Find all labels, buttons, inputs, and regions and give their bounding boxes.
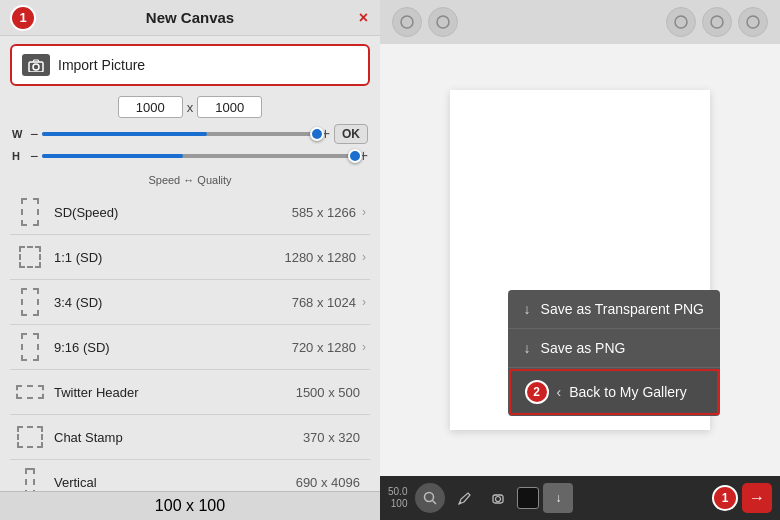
sliders-section: W − + OK H − + <box>0 120 380 172</box>
context-menu: ↓ Save as Transparent PNG ↓ Save as PNG … <box>508 290 720 416</box>
zoom-value-top: 50.0 <box>388 486 407 498</box>
list-item[interactable]: Twitter Header 1500 x 500 <box>10 370 370 415</box>
size-name: 3:4 (SD) <box>54 295 292 310</box>
width-minus-button[interactable]: − <box>30 126 38 142</box>
back-to-gallery-button[interactable]: 2 ‹ Back to My Gallery <box>509 369 719 415</box>
width-slider-label: W <box>12 128 26 140</box>
save-png-button[interactable]: ↓ Save as PNG <box>508 329 720 368</box>
svg-point-11 <box>496 497 501 502</box>
title-bar: 1 New Canvas × <box>0 0 380 36</box>
width-slider-fill <box>42 132 207 136</box>
size-icon <box>14 286 46 318</box>
speed-quality-label: Speed ↔ Quality <box>0 174 380 186</box>
ok-button[interactable]: OK <box>334 124 368 144</box>
height-slider-track[interactable] <box>42 154 354 158</box>
right-toolbar-group <box>666 7 768 37</box>
download-icon: ↓ <box>524 301 531 317</box>
list-item[interactable]: Chat Stamp 370 x 320 <box>10 415 370 460</box>
list-item[interactable]: SD(Speed) 585 x 1266 › <box>10 190 370 235</box>
size-dims: 720 x 1280 <box>292 340 356 355</box>
right-top-toolbar <box>380 0 780 44</box>
height-slider-fill <box>42 154 183 158</box>
save-transparent-png-button[interactable]: ↓ Save as Transparent PNG <box>508 290 720 329</box>
height-slider-row: H − + <box>12 147 368 165</box>
svg-point-3 <box>437 16 449 28</box>
download-button[interactable]: ↓ <box>543 483 573 513</box>
size-list: SD(Speed) 585 x 1266 › 1:1 (SD) 1280 x 1… <box>0 190 380 491</box>
width-slider-thumb[interactable] <box>310 127 324 141</box>
layers-button[interactable] <box>666 7 696 37</box>
pencil-tool-button[interactable] <box>392 7 422 37</box>
chevron-right-icon: › <box>362 340 366 354</box>
size-dims: 370 x 320 <box>303 430 360 445</box>
svg-point-4 <box>675 16 687 28</box>
emoji-button[interactable] <box>738 7 768 37</box>
eraser-button[interactable] <box>483 483 513 513</box>
svg-point-7 <box>425 493 434 502</box>
dialog-title: New Canvas <box>146 9 234 26</box>
save-transparent-label: Save as Transparent PNG <box>541 301 704 317</box>
height-slider-thumb[interactable] <box>348 149 362 163</box>
brush-tool-button[interactable] <box>428 7 458 37</box>
size-name: 1:1 (SD) <box>54 250 284 265</box>
chevron-right-icon: › <box>362 205 366 219</box>
size-icon <box>14 196 46 228</box>
size-name: Twitter Header <box>54 385 296 400</box>
size-icon <box>14 421 46 453</box>
close-button[interactable]: × <box>359 9 368 27</box>
size-name: Chat Stamp <box>54 430 303 445</box>
svg-line-8 <box>433 501 437 505</box>
height-input[interactable] <box>197 96 262 118</box>
size-icon <box>14 241 46 273</box>
step-circle-2: 2 <box>525 380 549 404</box>
right-bottom-toolbar: 50.0 100 ↓ <box>380 476 780 520</box>
list-item[interactable]: 1:1 (SD) 1280 x 1280 › <box>10 235 370 280</box>
step-circle-bottom: 1 <box>712 485 738 511</box>
list-item[interactable]: Vertical 690 x 4096 <box>10 460 370 491</box>
save-png-label: Save as PNG <box>541 340 626 356</box>
size-icon <box>14 376 46 408</box>
bottom-dims-text: 100 x 100 <box>155 497 225 515</box>
height-slider-label: H <box>12 150 26 162</box>
back-to-gallery-label: Back to My Gallery <box>569 384 686 400</box>
width-slider-track[interactable] <box>42 132 316 136</box>
size-dims: 585 x 1266 <box>292 205 356 220</box>
right-panel: ↓ Save as Transparent PNG ↓ Save as PNG … <box>380 0 780 520</box>
zoom-stack: 50.0 100 <box>388 486 407 510</box>
left-panel: 1 New Canvas × Import Picture x W − <box>0 0 380 520</box>
size-dims: 768 x 1024 <box>292 295 356 310</box>
width-input[interactable] <box>118 96 183 118</box>
dimensions-row: x <box>0 92 380 120</box>
import-label: Import Picture <box>58 57 145 73</box>
list-item[interactable]: 3:4 (SD) 768 x 1024 › <box>10 280 370 325</box>
chevron-right-icon: › <box>362 295 366 309</box>
size-dims: 1500 x 500 <box>296 385 360 400</box>
dims-separator: x <box>187 100 194 115</box>
size-name: Vertical <box>54 475 296 490</box>
bottom-left-group: 50.0 100 ↓ <box>388 483 573 513</box>
back-icon: ‹ <box>557 384 562 400</box>
width-slider-row: W − + OK <box>12 124 368 144</box>
size-icon <box>14 331 46 363</box>
chevron-right-icon: › <box>362 250 366 264</box>
size-name: SD(Speed) <box>54 205 292 220</box>
import-picture-box[interactable]: Import Picture <box>10 44 370 86</box>
navigate-forward-button[interactable]: → <box>742 483 772 513</box>
size-dims: 1280 x 1280 <box>284 250 356 265</box>
pen-tool-button[interactable] <box>449 483 479 513</box>
canvas-area: ↓ Save as Transparent PNG ↓ Save as PNG … <box>380 44 780 476</box>
zoom-tool-button[interactable] <box>415 483 445 513</box>
size-dims: 690 x 4096 <box>296 475 360 490</box>
left-toolbar-group <box>392 7 458 37</box>
camera-icon <box>22 54 50 76</box>
svg-point-1 <box>33 64 39 70</box>
svg-point-6 <box>747 16 759 28</box>
color-swatch[interactable] <box>517 487 539 509</box>
list-item[interactable]: 9:16 (SD) 720 x 1280 › <box>10 325 370 370</box>
bottom-right-group: 1 → <box>712 483 772 513</box>
check-button[interactable] <box>702 7 732 37</box>
height-minus-button[interactable]: − <box>30 148 38 164</box>
download-icon: ↓ <box>524 340 531 356</box>
bottom-dims: 100 x 100 <box>0 491 380 520</box>
zoom-value-bottom: 100 <box>391 498 408 510</box>
